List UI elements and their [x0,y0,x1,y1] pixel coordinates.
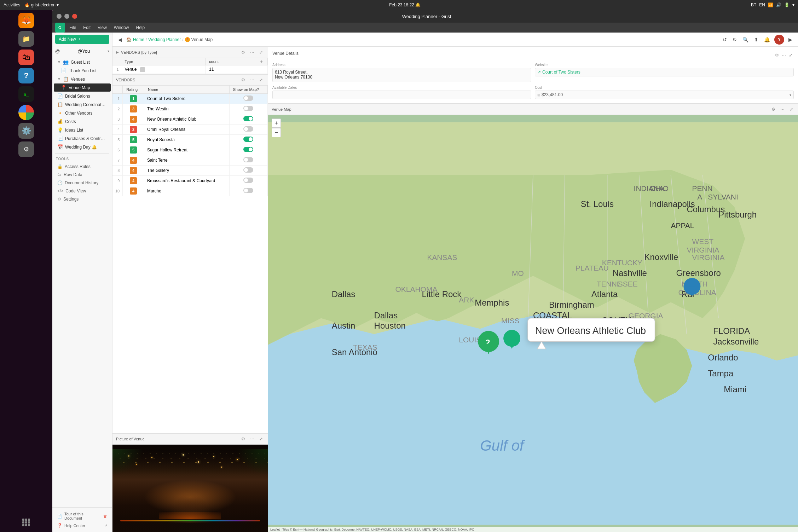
nav-item-other-vendors[interactable]: 🔸 Other Vendors [54,109,111,117]
menu-edit[interactable]: Edit [80,24,93,31]
nav-item-costs[interactable]: 💰 Costs [54,117,111,126]
available-dates-value[interactable] [272,91,531,99]
show-on-map-cell[interactable] [229,134,267,145]
terminal-icon[interactable]: $_ [18,86,34,102]
toggle-7[interactable] [243,157,253,162]
vendor-row-7[interactable]: 7 4 Saint Terre [112,155,268,165]
vendor-name-cell[interactable]: Omni Royal Orleans [144,124,229,134]
undo-button[interactable]: ↺ [721,35,728,44]
toggle-4[interactable] [243,126,253,132]
map-menu-button[interactable]: ⋯ [779,106,786,112]
picture-expand-button[interactable]: ⤢ [258,436,264,442]
show-on-map-cell[interactable] [229,124,267,134]
venue-details-filter-button[interactable]: ⚙ [774,52,780,58]
show-on-map-cell[interactable] [229,165,267,175]
toggle-8[interactable] [243,167,253,173]
user-row[interactable]: @ @You ▾ [52,46,112,56]
vendors-by-type-menu-button[interactable]: ⋯ [249,49,256,56]
settings-icon[interactable]: ⚙️ [18,123,34,139]
map-filter-button[interactable]: ⚙ [770,106,777,112]
cost-dropdown-icon[interactable]: ▾ [790,93,791,97]
guest-list-arrow[interactable]: ▼ [57,60,61,64]
show-on-map-cell[interactable] [229,175,267,186]
map-container[interactable]: Gulf of Memphis Little Rock [268,115,798,532]
zoom-in-button[interactable]: + [272,118,281,128]
venue-details-menu-button[interactable]: ⋯ [780,52,787,58]
zoom-out-button[interactable]: − [272,128,281,137]
tools-access-rules[interactable]: 🔒 Access Rules [54,163,111,170]
vendor-row-10[interactable]: 10 4 Marche [112,186,268,196]
nav-item-thank-you-list[interactable]: 📄 Thank You List [54,66,111,75]
help-icon[interactable]: ? [18,68,34,83]
nav-item-ideas-list[interactable]: 💡 Ideas List [54,126,111,134]
software-center-icon[interactable]: 🛍 [18,50,34,65]
vendor-name-cell[interactable]: The Westin [144,104,229,114]
user-chevron[interactable]: ▾ [108,49,109,53]
venue-details-expand-button[interactable]: ⤢ [787,52,794,58]
add-column-button[interactable]: + [257,58,266,65]
vendor-row-8[interactable]: 8 4 The Gallery [112,165,268,175]
vendors-expand-button[interactable]: ⤢ [258,77,264,83]
user-avatar[interactable]: Y [774,35,784,45]
vendor-row-9[interactable]: 9 4 Broussard's Restaurant & Courtyard [112,175,268,186]
window-controls[interactable] [57,14,77,19]
grist-logo[interactable]: G [55,23,65,33]
cost-value[interactable]: ⊞ $23,481.00 ▾ [535,91,794,99]
vendors-menu-button[interactable]: ⋯ [249,77,256,83]
close-button[interactable] [72,14,77,19]
tools-document-history[interactable]: 🕐 Document History [54,179,111,187]
minimize-button[interactable] [57,14,62,19]
menu-window[interactable]: Window [111,24,132,31]
toggle-9[interactable] [243,178,253,183]
vendor-name-cell[interactable]: New Orleans Athletic Club [144,114,229,124]
sidebar-toggle-button[interactable]: ◀ [117,35,123,44]
toggle-5[interactable] [243,137,253,142]
vendor-row-3[interactable]: 3 4 New Orleans Athletic Club [112,114,268,124]
nav-item-wedding-day[interactable]: 📅 Wedding Day 🔔 [54,143,111,151]
vendor-name-cell[interactable]: Marche [144,186,229,196]
show-on-map-col-header[interactable]: Show on Map? [229,86,267,94]
dock-grid-icon[interactable] [22,519,30,529]
vendor-name-cell[interactable]: Royal Sonesta [144,134,229,145]
picture-filter-button[interactable]: ⚙ [240,436,247,442]
vendor-row-2[interactable]: 2 3 The Westin [112,104,268,114]
footer-help-center[interactable]: ❓ Help Center ↗ [55,522,109,529]
map-expand-button[interactable]: ⤢ [788,106,794,112]
chrome-icon[interactable] [18,105,34,120]
system-icon[interactable]: ⚙ [18,141,34,157]
firefox-icon[interactable]: 🦊 [18,13,34,28]
menu-file[interactable]: File [66,24,79,31]
vendors-table-wrap[interactable]: Rating Name Show on Map? 1 1 Court of Tw… [112,86,268,433]
nav-item-guest-list[interactable]: ▼ 👥 Guest List [54,58,111,66]
venues-arrow[interactable]: ▼ [57,77,61,81]
breadcrumb-doc[interactable]: Wedding Planner [148,37,181,42]
show-on-map-cell[interactable] [229,93,267,104]
collapse-vendors-by-type[interactable]: ▶ [116,50,119,54]
rating-col-header[interactable]: Rating [123,86,144,94]
vendors-by-type-row-1[interactable]: 1 Venue 11 [112,65,268,74]
vendor-row-1[interactable]: 1 1 Court of Two Sisters [112,93,268,104]
vendor-name-cell[interactable]: Saint Terre [144,155,229,165]
redo-button[interactable]: ↻ [731,35,738,44]
nav-item-venue-map[interactable]: 📍 Venue Map [54,83,111,92]
vendor-row-6[interactable]: 6 5 Sugar Hollow Retreat [112,145,268,155]
vendors-filter-button[interactable]: ⚙ [240,77,247,83]
vendors-by-type-expand-button[interactable]: ⤢ [258,49,264,56]
maximize-button[interactable] [64,14,69,19]
add-new-button[interactable]: Add New + [55,35,109,44]
name-col-header[interactable]: Name [144,86,229,94]
notifications-button[interactable]: 🔔 [763,35,771,44]
tools-code-view[interactable]: </> Code View [54,187,111,195]
show-on-map-cell[interactable] [229,104,267,114]
tour-delete-icon[interactable]: 🗑 [103,514,107,518]
files-icon[interactable]: 📁 [18,31,34,47]
picture-menu-button[interactable]: ⋯ [249,436,256,442]
toggle-3[interactable] [243,116,253,121]
vendors-by-type-filter-button[interactable]: ⚙ [240,49,247,56]
nav-item-venues[interactable]: ▼ 📋 Venues [54,75,111,83]
toggle-6[interactable] [243,147,253,152]
vendor-name-cell[interactable]: Court of Two Sisters [144,93,229,104]
nav-item-wedding-coordinators[interactable]: 📋 Wedding Coordinators [54,100,111,109]
nav-item-purchases-contracts[interactable]: 📃 Purchases & Contracts [54,134,111,143]
show-on-map-cell[interactable] [229,114,267,124]
